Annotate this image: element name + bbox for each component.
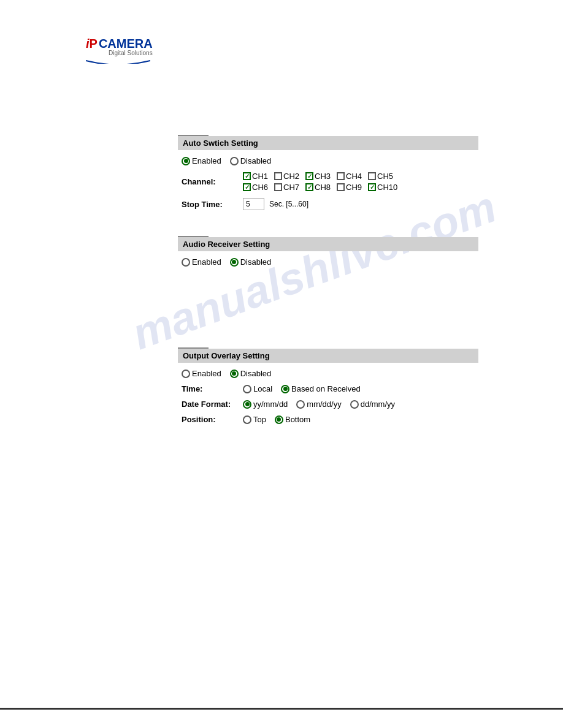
ch9-label: CH9 bbox=[346, 183, 362, 192]
auto-switch-enabled-radio-inner bbox=[184, 159, 188, 163]
date-yy-label: yy/mm/dd bbox=[253, 400, 288, 409]
output-disabled-radio[interactable]: Disabled bbox=[230, 369, 272, 378]
output-disabled-label: Disabled bbox=[240, 369, 272, 378]
time-row: Time: Local Based on Received bbox=[178, 382, 478, 396]
date-yy-radio[interactable]: yy/mm/dd bbox=[243, 400, 288, 409]
time-based-label: Based on Received bbox=[291, 384, 361, 393]
footer-line bbox=[0, 708, 563, 710]
ch3-box: ✓ bbox=[305, 172, 313, 180]
auto-switch-disabled-radio[interactable]: Disabled bbox=[230, 156, 272, 165]
audio-receiver-section: Audio Receiver Setting Enabled Disabled bbox=[178, 236, 478, 274]
output-overlay-radio-group: Enabled Disabled bbox=[182, 369, 271, 378]
audio-disabled-radio[interactable]: Disabled bbox=[230, 257, 272, 267]
output-overlay-enable-row: Enabled Disabled bbox=[178, 366, 478, 381]
ch7-checkbox[interactable]: CH7 bbox=[274, 183, 299, 192]
ch2-checkbox[interactable]: CH2 bbox=[274, 172, 299, 181]
ch8-checkbox[interactable]: ✓ CH8 bbox=[305, 183, 331, 192]
logo-p: P bbox=[90, 37, 98, 51]
stop-time-content: Sec. [5...60] bbox=[243, 198, 308, 210]
auto-switch-disabled-radio-outer bbox=[230, 157, 239, 165]
output-disabled-radio-inner bbox=[232, 371, 236, 376]
logo-camera: CAMERA bbox=[99, 37, 153, 51]
ch7-label: CH7 bbox=[283, 183, 299, 192]
output-overlay-body: Enabled Disabled Time: Local bbox=[178, 363, 478, 431]
audio-enabled-radio-outer bbox=[182, 258, 190, 267]
channel-row-2: ✓ CH6 CH7 ✓ CH8 CH9 bbox=[243, 183, 400, 192]
ch5-box bbox=[368, 172, 376, 180]
position-radio-group: Top Bottom bbox=[243, 415, 310, 424]
date-format-row: Date Format: yy/mm/dd mm/dd/yy dd bbox=[178, 397, 478, 411]
ch3-checkbox[interactable]: ✓ CH3 bbox=[305, 172, 331, 181]
date-mm-radio[interactable]: mm/dd/yy bbox=[296, 400, 341, 409]
output-disabled-radio-outer bbox=[230, 370, 239, 378]
auto-switch-body: Enabled Disabled Channel: ✓ CH1 bbox=[178, 150, 478, 218]
ch6-checkbox[interactable]: ✓ CH6 bbox=[243, 183, 268, 192]
ch3-label: CH3 bbox=[315, 172, 331, 181]
auto-switch-disabled-label: Disabled bbox=[240, 156, 272, 165]
ch2-label: CH2 bbox=[283, 172, 299, 181]
channel-label: Channel: bbox=[182, 177, 243, 186]
date-format-radio-group: yy/mm/dd mm/dd/yy dd/mm/yy bbox=[243, 400, 395, 409]
date-dd-radio[interactable]: dd/mm/yy bbox=[350, 400, 395, 409]
time-local-radio[interactable]: Local bbox=[243, 384, 272, 393]
position-bottom-label: Bottom bbox=[285, 415, 310, 424]
output-enabled-radio[interactable]: Enabled bbox=[182, 369, 221, 378]
position-top-label: Top bbox=[253, 415, 266, 424]
ch10-checkbox[interactable]: ✓ CH10 bbox=[368, 183, 397, 192]
audio-receiver-body: Enabled Disabled bbox=[178, 251, 478, 274]
channel-row: Channel: ✓ CH1 CH2 ✓ bbox=[178, 169, 478, 194]
auto-switch-section: Auto Swtich Setting Enabled Disabled bbox=[178, 135, 478, 218]
ch1-checkbox[interactable]: ✓ CH1 bbox=[243, 172, 268, 181]
auto-switch-enable-row: Enabled Disabled bbox=[178, 154, 478, 168]
stop-time-hint: Sec. [5...60] bbox=[269, 200, 308, 208]
stop-time-input[interactable] bbox=[243, 198, 264, 210]
ch10-label: CH10 bbox=[377, 183, 397, 192]
audio-disabled-radio-outer bbox=[230, 258, 239, 267]
time-based-radio[interactable]: Based on Received bbox=[281, 384, 361, 393]
date-format-label: Date Format: bbox=[182, 400, 243, 409]
ch1-label: CH1 bbox=[252, 172, 268, 181]
position-label: Position: bbox=[182, 415, 243, 424]
position-bottom-radio[interactable]: Bottom bbox=[275, 415, 310, 424]
ch7-box bbox=[274, 183, 282, 191]
position-bottom-radio-inner bbox=[277, 417, 281, 422]
position-top-radio[interactable]: Top bbox=[243, 415, 266, 424]
ch2-box bbox=[274, 172, 282, 180]
ch5-checkbox[interactable]: CH5 bbox=[368, 172, 393, 181]
ch6-box: ✓ bbox=[243, 183, 251, 191]
date-yy-radio-inner bbox=[245, 402, 250, 406]
time-based-radio-inner bbox=[283, 387, 288, 391]
time-radio-group: Local Based on Received bbox=[243, 384, 361, 393]
position-top-radio-outer bbox=[243, 415, 251, 424]
output-enabled-label: Enabled bbox=[192, 369, 221, 378]
channel-row-1: ✓ CH1 CH2 ✓ CH3 CH4 bbox=[243, 172, 400, 181]
ch4-box bbox=[337, 172, 345, 180]
audio-disabled-radio-inner bbox=[232, 260, 236, 264]
auto-switch-enabled-radio-outer bbox=[182, 157, 190, 165]
output-overlay-section: Output Overlay Setting Enabled Disabled bbox=[178, 347, 478, 431]
stop-time-row: Stop Time: Sec. [5...60] bbox=[178, 195, 478, 213]
date-dd-radio-outer bbox=[350, 400, 359, 409]
time-label: Time: bbox=[182, 384, 243, 393]
auto-switch-enabled-radio[interactable]: Enabled bbox=[182, 156, 221, 165]
date-mm-radio-outer bbox=[296, 400, 305, 409]
channel-checkboxes: ✓ CH1 CH2 ✓ CH3 CH4 bbox=[243, 172, 400, 192]
ch1-box: ✓ bbox=[243, 172, 251, 180]
audio-receiver-enable-row: Enabled Disabled bbox=[178, 255, 478, 269]
time-local-radio-outer bbox=[243, 385, 251, 393]
output-enabled-radio-outer bbox=[182, 370, 190, 378]
audio-receiver-header: Audio Receiver Setting bbox=[178, 237, 478, 251]
ch5-label: CH5 bbox=[377, 172, 393, 181]
audio-enabled-label: Enabled bbox=[192, 257, 221, 267]
audio-enabled-radio[interactable]: Enabled bbox=[182, 257, 221, 267]
auto-switch-enabled-label: Enabled bbox=[192, 156, 221, 165]
ch4-label: CH4 bbox=[346, 172, 362, 181]
ch4-checkbox[interactable]: CH4 bbox=[337, 172, 362, 181]
date-mm-label: mm/dd/yy bbox=[307, 400, 341, 409]
time-local-label: Local bbox=[253, 384, 272, 393]
time-based-radio-outer bbox=[281, 385, 289, 393]
ch9-checkbox[interactable]: CH9 bbox=[337, 183, 362, 192]
audio-receiver-radio-group: Enabled Disabled bbox=[182, 257, 271, 267]
stop-time-label: Stop Time: bbox=[182, 200, 243, 209]
audio-disabled-label: Disabled bbox=[240, 257, 272, 267]
